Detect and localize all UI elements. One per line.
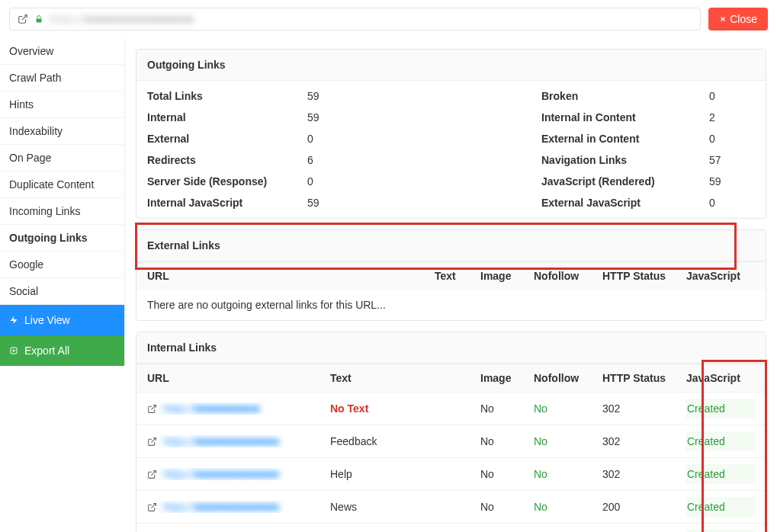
link-text: News [330,501,480,513]
stat-label: External in Content [541,133,663,145]
sidebar-item-google[interactable]: Google [0,252,124,278]
stat-value: 59 [307,90,353,102]
stat-label: External [147,133,262,145]
stat-value: 59 [709,175,755,187]
col-url: URL [147,270,435,282]
image-cell: No [480,468,534,480]
nofollow-cell: No [534,501,602,513]
external-link-icon [147,437,157,447]
javascript-cell: Created [686,464,755,484]
stat-label: Internal in Content [541,111,663,123]
stat-value: 59 [307,197,353,209]
url-cell[interactable]: https://■■■■■■■■■■■■■ [147,435,330,447]
external-link-icon [18,14,28,24]
internal-links-title: Internal Links [136,332,766,364]
svg-line-7 [151,437,156,442]
col-http: HTTP Status [602,270,686,282]
stat-label: Total Links [147,90,262,102]
url-cell[interactable]: https://■■■■■■■■■■ [147,402,330,415]
nofollow-cell: No [534,402,602,415]
topbar: https://■■■■■■■■■■■■■■■■ Close [0,0,777,38]
external-link-icon [147,502,157,512]
sidebar-item-incoming-links[interactable]: Incoming Links [0,198,124,225]
svg-line-8 [151,470,156,475]
javascript-cell: Created [686,497,755,517]
nofollow-cell: No [534,468,602,480]
http-status-cell: 200 [602,501,686,513]
sidebar: OverviewCrawl PathHintsIndexabilityOn Pa… [0,38,125,366]
stat-label: External JavaScript [541,197,663,209]
outgoing-stats-grid: Total Links59Broken0Internal59Internal i… [136,81,766,218]
export-all-label: Export All [24,345,69,357]
col-nofollow: Nofollow [534,372,602,384]
stat-value: 59 [307,111,353,123]
http-status-cell: 302 [602,435,686,447]
external-links-panel: External Links URL Text Image Nofollow H… [136,229,766,321]
sidebar-item-on-page[interactable]: On Page [0,145,124,171]
bolt-icon [9,315,18,325]
lock-icon [34,14,43,24]
col-text: Text [435,270,480,282]
col-image: Image [480,372,534,384]
col-text: Text [330,372,480,384]
main-content: Outgoing Links Total Links59Broken0Inter… [125,38,777,532]
external-links-title: External Links [136,230,766,261]
url-text: https://■■■■■■■■■■■■■ [163,435,279,447]
svg-line-9 [151,503,156,508]
link-text: Help [330,468,480,480]
stat-label: Internal [147,111,262,123]
external-links-header: URL Text Image Nofollow HTTP Status Java… [136,261,766,290]
export-all-button[interactable]: Export All [0,335,124,366]
table-row[interactable]: https://■■■■■■■■■■■■■FeedbackNoNo302Crea… [136,425,766,457]
table-row[interactable]: https://■■■■■■■■■■■■■NewsNoNo200Created [136,490,766,523]
sidebar-item-duplicate-content[interactable]: Duplicate Content [0,171,124,198]
sidebar-item-hints[interactable]: Hints [0,91,124,118]
close-label: Close [730,13,757,25]
close-button[interactable]: Close [708,8,768,30]
http-status-cell: 302 [602,468,686,480]
table-row[interactable]: https://■■■■■■■■■■No TextNoNo302Created [136,392,766,425]
image-cell: No [480,402,534,415]
stat-label: Broken [541,90,663,102]
sidebar-item-overview[interactable]: Overview [0,38,124,65]
sidebar-item-outgoing-links[interactable]: Outgoing Links [0,225,124,252]
col-nofollow: Nofollow [534,270,602,282]
export-icon [9,345,18,356]
url-text: https://■■■■■■■■■■■■■ [163,501,279,513]
stat-value: 57 [709,154,755,166]
nofollow-cell: No [534,435,602,447]
sidebar-item-social[interactable]: Social [0,278,124,305]
external-link-icon [147,404,157,414]
javascript-cell: Created [686,399,755,418]
stat-value: 0 [307,175,353,187]
svg-line-0 [22,15,27,20]
stat-label: Internal JavaScript [147,197,262,209]
stat-value: 6 [307,154,353,166]
link-text: Feedback [330,435,480,447]
sidebar-item-indexability[interactable]: Indexability [0,118,124,145]
url-cell[interactable]: https://■■■■■■■■■■■■■ [147,468,330,480]
external-link-icon [147,470,157,479]
url-cell[interactable]: https://■■■■■■■■■■■■■ [147,501,330,513]
sidebar-item-crawl-path[interactable]: Crawl Path [0,65,124,91]
outgoing-links-title: Outgoing Links [136,50,766,81]
live-view-button[interactable]: Live View [0,305,124,335]
close-icon [719,15,727,23]
internal-links-panel: Internal Links URL Text Image Nofollow H… [136,332,766,532]
url-text: https://■■■■■■■■■■■■■ [163,468,279,480]
stat-value: 0 [709,133,755,145]
table-row[interactable]: https://■■■■■■■■■■■■■HelpNoNo302Created [136,457,766,490]
stat-label: Navigation Links [541,154,663,166]
stat-value: 2 [709,111,755,123]
url-input-box[interactable]: https://■■■■■■■■■■■■■■■■ [9,8,701,30]
image-cell: No [480,501,534,513]
col-url: URL [147,372,330,384]
col-image: Image [480,270,534,282]
svg-marker-4 [11,316,18,324]
internal-links-header: URL Text Image Nofollow HTTP Status Java… [136,364,766,392]
url-text: https://■■■■■■■■■■ [163,402,260,415]
table-row[interactable]: https://■■■■■■■■■■■■■■■■■Stuff You Shoul… [136,523,766,532]
stat-value: 0 [709,90,755,102]
col-js: JavaScript [686,372,755,384]
col-http: HTTP Status [602,372,686,384]
